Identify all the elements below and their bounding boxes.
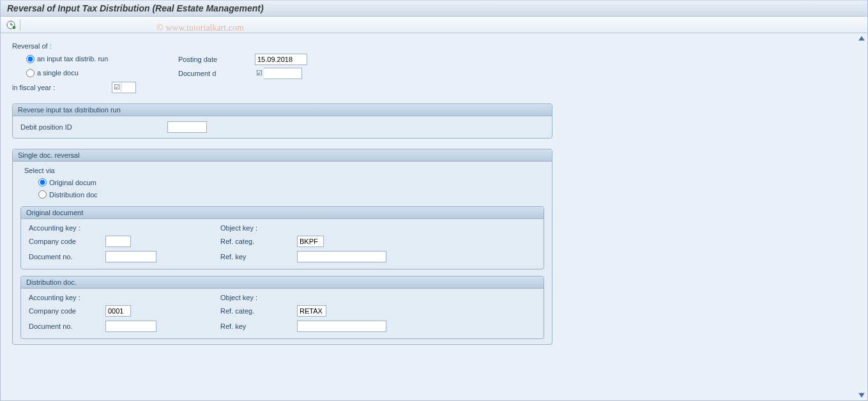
debit-position-label: Debit position ID — [20, 123, 167, 131]
dist-ref-key-input[interactable] — [297, 321, 386, 332]
dist-company-code-input[interactable] — [105, 305, 131, 317]
page-title: Reversal of Input Tax Distribution (Real… — [7, 3, 264, 13]
orig-doc-no-input[interactable] — [105, 251, 156, 262]
orig-ref-key-label: Ref. key — [220, 253, 297, 261]
scrollbar-vertical[interactable] — [857, 34, 866, 399]
check-icon: ☑ — [255, 69, 264, 78]
orig-ref-categ-input[interactable] — [297, 236, 324, 247]
orig-acc-key-label: Accounting key : — [29, 224, 105, 232]
dist-ref-categ-label: Ref. categ. — [220, 307, 297, 315]
radio-original-docum[interactable]: Original docum — [38, 178, 96, 186]
orig-company-code-label: Company code — [29, 238, 105, 245]
group-single-reversal: Single doc. reversal Select via Original… — [12, 149, 552, 345]
radio-single-doc[interactable]: a single docu — [26, 69, 79, 77]
dist-ref-categ-input[interactable] — [297, 305, 326, 317]
scroll-up-icon[interactable] — [858, 34, 865, 42]
radio-distrib-run-label: an input tax distrib. run — [37, 55, 108, 63]
fiscal-year-input[interactable] — [121, 82, 135, 93]
svg-point-3 — [13, 26, 15, 29]
title-bar: Reversal of Input Tax Distribution (Real… — [0, 0, 868, 17]
dist-doc-no-label: Document no. — [29, 322, 105, 330]
document-d-input[interactable] — [264, 68, 302, 79]
radio-distribution-doc[interactable]: Distribution doc — [38, 190, 98, 199]
content-area: Reversal of : an input tax distrib. run … — [0, 33, 868, 401]
subgroup-original-document: Original document Accounting key : Compa… — [20, 206, 544, 269]
check-icon: ☑ — [112, 83, 121, 92]
dist-ref-key-label: Ref. key — [220, 322, 297, 330]
subgroup-original-title: Original document — [21, 207, 544, 219]
reversal-of-label: Reversal of : — [12, 42, 178, 50]
orig-ref-key-input[interactable] — [297, 251, 386, 262]
posting-date-input[interactable] — [255, 54, 307, 65]
dist-acc-key-label: Accounting key : — [29, 294, 105, 301]
document-d-label: Document d — [178, 70, 255, 77]
radio-distrib-run[interactable]: an input tax distrib. run — [26, 55, 108, 63]
orig-ref-categ-label: Ref. categ. — [220, 238, 297, 245]
dist-doc-no-input[interactable] — [105, 321, 156, 332]
dist-company-code-label: Company code — [29, 307, 105, 315]
reversal-of-section: Reversal of : an input tax distrib. run … — [12, 42, 856, 93]
posting-date-label: Posting date — [178, 56, 255, 63]
execute-icon[interactable] — [6, 20, 16, 30]
svg-marker-5 — [858, 393, 865, 397]
svg-marker-4 — [858, 36, 865, 40]
group-reverse-run: Reverse input tax distribution run Debit… — [12, 103, 552, 139]
subgroup-distribution-doc: Distribution doc. Accounting key : Compa… — [20, 276, 544, 339]
orig-obj-key-label: Object key : — [220, 224, 297, 232]
debit-position-input[interactable] — [167, 121, 207, 133]
group-reverse-run-title: Reverse input tax distribution run — [13, 104, 552, 116]
group-single-reversal-title: Single doc. reversal — [13, 149, 552, 162]
orig-doc-no-label: Document no. — [29, 253, 105, 261]
dist-obj-key-label: Object key : — [220, 294, 297, 301]
fiscal-year-label: in fiscal year : — [12, 84, 112, 91]
orig-company-code-input[interactable] — [105, 236, 131, 247]
radio-original-label: Original docum — [49, 179, 96, 186]
radio-distribution-label: Distribution doc — [49, 191, 98, 199]
toolbar-separator — [20, 19, 20, 31]
select-via-label: Select via — [24, 167, 544, 174]
scroll-down-icon[interactable] — [858, 391, 865, 399]
subgroup-dist-title: Distribution doc. — [21, 276, 544, 289]
toolbar — [0, 17, 868, 33]
radio-single-doc-label: a single docu — [37, 69, 79, 77]
